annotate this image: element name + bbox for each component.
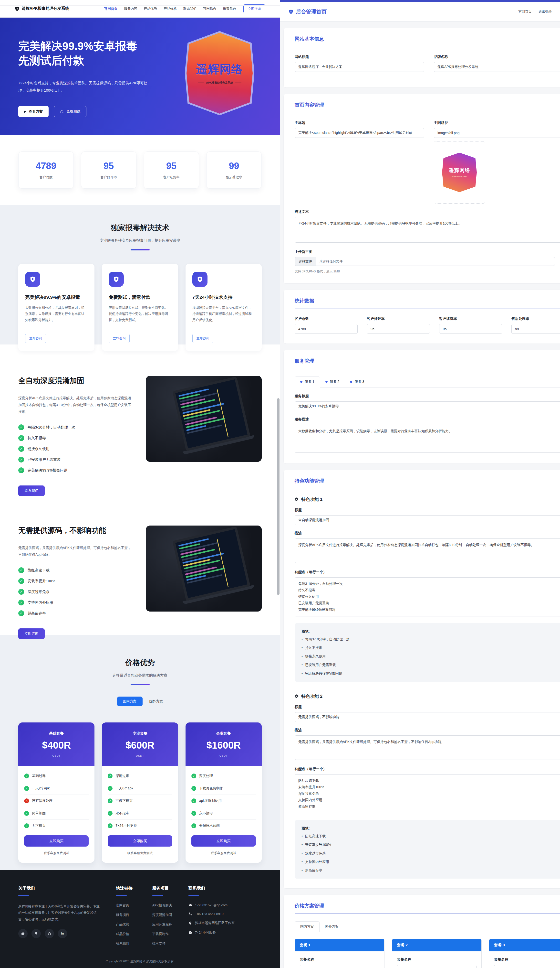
service-title-input[interactable]	[295, 401, 560, 411]
service-tabs: 服务 1 服务 2 服务 3	[295, 376, 560, 388]
site-logo-text: 遥辉APK报毒处理分发系统	[22, 6, 69, 11]
tab-overseas-plan[interactable]: 国外方案	[320, 922, 344, 932]
nav-item-virus-admin[interactable]: 报毒后台	[223, 7, 236, 11]
footer-link[interactable]: 产品优势	[116, 922, 152, 927]
check-item: 链接永久使用	[28, 447, 50, 451]
section-divider-bar	[131, 249, 150, 250]
card-rule	[295, 489, 560, 489]
tab-service-2[interactable]: 服务 2	[320, 376, 345, 387]
nav-item-services[interactable]: 服务内容	[124, 7, 137, 11]
shield-icon	[289, 9, 293, 15]
main-title-input[interactable]	[295, 128, 424, 138]
footer-link[interactable]: 联系我们	[116, 941, 152, 946]
consult-button[interactable]: 立即咨询	[25, 334, 46, 343]
play-icon: ▶	[24, 110, 26, 113]
check-icon: ✓	[18, 610, 24, 616]
card-title: 网站基本信息	[295, 36, 560, 42]
admin-link-site-home[interactable]: 官网首页	[519, 10, 532, 14]
nav-item-pricing[interactable]: 产品价格	[164, 7, 177, 11]
feature-points-area[interactable]	[295, 774, 560, 813]
bullet-icon: •	[301, 671, 303, 676]
tab-service-1[interactable]: 服务 1	[295, 376, 320, 388]
stat-rating-input[interactable]	[367, 324, 430, 334]
view-plans-button[interactable]: ▶ 查看方案	[18, 106, 49, 117]
preview-item: 每隔3-10分钟，自动处理一次	[305, 637, 350, 641]
admin-link-logout[interactable]: 退出登录	[539, 10, 552, 14]
footer-link[interactable]: 深度混淆加固	[152, 913, 189, 917]
check-icon: ✓	[24, 823, 29, 828]
footer-link[interactable]: APK报毒解决	[152, 903, 189, 908]
footer-link[interactable]: 下载页制作	[152, 932, 189, 936]
footer-copyright: Copyright © 2025 遥辉网络 & 消失的阿力版权所有.	[18, 954, 262, 964]
phone-icon	[188, 912, 192, 916]
linkedin-icon[interactable]: in	[58, 929, 67, 938]
check-item: 安装率提升100%	[28, 579, 55, 583]
free-test-button[interactable]: 免费测试	[54, 106, 86, 117]
cross-icon: ✕	[24, 799, 29, 803]
feature-preview-box: 预览: •每隔3-10分钟，自动处理一次 •持久不报毒 •链接永久使用 •已安装…	[295, 623, 560, 682]
plan-note[interactable]: 联系客服免费测试	[192, 851, 256, 855]
consult-button[interactable]: 立即咨询	[192, 334, 213, 343]
consult-now-button[interactable]: 立即咨询	[243, 4, 265, 13]
nav-item-contact[interactable]: 联系我们	[183, 7, 197, 11]
stat-card-customers: 4789 客户总数	[18, 151, 74, 189]
location-pin-icon	[188, 922, 192, 925]
nav-item-advantages[interactable]: 产品优势	[144, 7, 157, 11]
service-card-title: 免费测试，满意付款	[109, 294, 171, 300]
feature-text: 无需提供源码，不影响功能 无需提供源码，只需提供原始APK文件即可处理。可保持包…	[18, 525, 134, 639]
overseas-plan-tab[interactable]: 国外方案	[149, 699, 163, 704]
buy-now-button[interactable]: 立即购买	[107, 835, 172, 847]
choose-file-button[interactable]: 选择文件	[295, 257, 316, 266]
site-logo[interactable]: 遥辉APK报毒处理分发系统	[15, 6, 69, 12]
consult-button[interactable]: 立即咨询	[109, 334, 130, 343]
service-desc-area[interactable]	[295, 424, 560, 453]
feature-points-area[interactable]	[295, 577, 560, 617]
footer-link[interactable]: 技术支持	[152, 941, 189, 946]
desc-text-area[interactable]	[295, 217, 560, 243]
consult-now-button[interactable]: 立即咨询	[18, 628, 45, 639]
main-image-path-input[interactable]	[434, 128, 560, 138]
feature-desc-area[interactable]	[295, 539, 560, 563]
stat-customers-input[interactable]	[295, 324, 358, 334]
card-rule	[295, 113, 560, 113]
package-header: 套餐 1	[295, 939, 384, 951]
brand-name-input[interactable]	[434, 62, 560, 72]
check-icon: ✓	[18, 600, 24, 605]
feature-title-input[interactable]	[295, 712, 560, 722]
tab-service-3[interactable]: 服务 3	[345, 376, 370, 387]
check-icon: ✓	[107, 774, 112, 778]
footer-link[interactable]: 应用分发服务	[152, 922, 189, 927]
buy-now-button[interactable]: 立即购买	[24, 835, 89, 847]
footer-link[interactable]: 官网首页	[116, 903, 152, 908]
nav-item-admin[interactable]: 官网后台	[203, 7, 216, 11]
stat-aftersale-input[interactable]	[511, 324, 560, 334]
plan-note[interactable]: 联系客服免费测试	[107, 851, 172, 855]
package-name-input[interactable]	[397, 965, 476, 968]
package-name-input[interactable]	[494, 965, 560, 968]
domestic-plan-tab[interactable]: 国内方案	[117, 696, 142, 706]
tab-domestic-plan[interactable]: 国内方案	[295, 922, 320, 932]
preview-item: 支持国内外应用	[305, 860, 329, 864]
check-icon: ✓	[24, 811, 29, 816]
buy-now-button[interactable]: 立即购买	[192, 835, 256, 847]
plan-enterprise: 企业套餐 $1600R USDT ✓深度处理 ✓下载页免费制作 ✓apk无限制使…	[185, 723, 262, 863]
plan-note[interactable]: 联系客服免费测试	[24, 851, 89, 855]
headset-icon[interactable]	[45, 929, 54, 938]
package-name-input[interactable]	[300, 965, 379, 968]
wechat-icon[interactable]	[18, 929, 28, 938]
plan-cards: 基础套餐 $400R USDT ✓基础过毒 ✓一天2个apk ✕没有深度处理 ✓…	[18, 723, 262, 863]
card-price-plan-management: 价格方案管理 国内方案 国外方案 套餐 1 套餐名称 价格 ($U)	[284, 895, 560, 968]
site-title-input[interactable]	[295, 62, 424, 72]
check-icon: ✓	[192, 786, 196, 791]
left-page-scrollbar[interactable]	[277, 398, 279, 595]
nav-item-home[interactable]: 官网首页	[104, 7, 117, 11]
feature-title-input[interactable]	[295, 515, 560, 525]
stat-card-rating: 95 客户好评率	[81, 151, 137, 189]
stat-renewal-input[interactable]	[439, 324, 502, 334]
footer-link[interactable]: 成品价格	[116, 932, 152, 936]
contact-us-button[interactable]: 联系我们	[18, 486, 45, 496]
footer-heading-bar	[152, 895, 163, 896]
footer-link[interactable]: 服务项目	[116, 913, 152, 917]
feature-desc-area[interactable]	[295, 735, 560, 760]
bell-icon[interactable]	[31, 929, 41, 938]
